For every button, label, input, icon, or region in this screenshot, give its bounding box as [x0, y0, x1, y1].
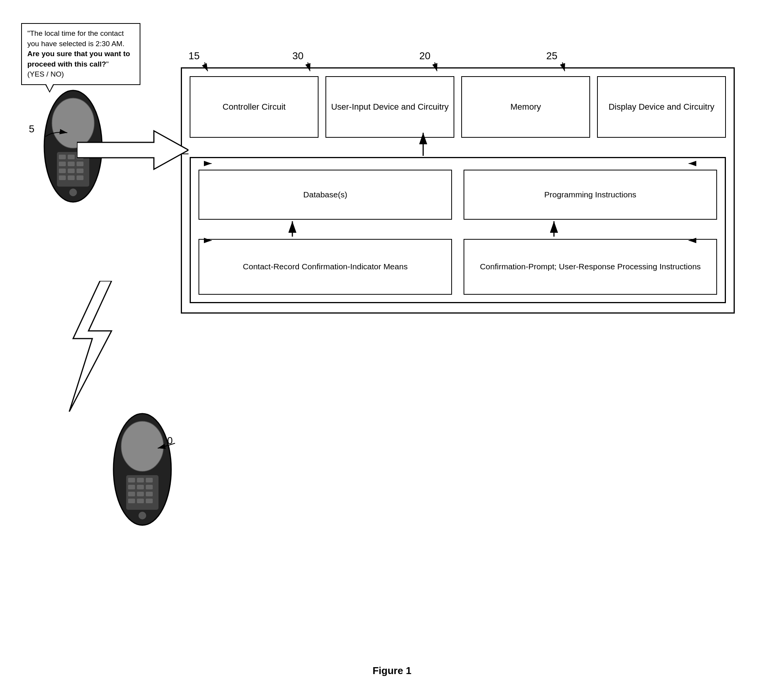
display-box: Display Device and Circuitry — [597, 76, 726, 138]
svg-rect-32 — [146, 499, 153, 503]
svg-point-15 — [69, 189, 77, 196]
confirmation-prompt-box: Confirmation-Prompt; User-Response Proce… — [464, 239, 717, 295]
inner-row1: Database(s) Programming Instructions — [199, 170, 717, 220]
svg-rect-24 — [128, 485, 135, 489]
speech-line1: "The local time for the contact you have… — [27, 29, 124, 48]
controller-box: Controller Circuit — [190, 76, 319, 138]
ref-num-15: 15 — [188, 50, 200, 62]
svg-rect-21 — [128, 478, 135, 482]
speech-yes-no: (YES / NO) — [27, 70, 64, 78]
speech-bubble: "The local time for the contact you have… — [21, 23, 140, 85]
main-device-block: Controller Circuit User-Input Device and… — [181, 67, 735, 314]
svg-rect-28 — [137, 492, 144, 496]
svg-rect-9 — [59, 169, 66, 173]
svg-rect-4 — [68, 155, 75, 159]
svg-rect-23 — [146, 478, 153, 482]
svg-point-19 — [121, 421, 163, 471]
svg-rect-25 — [137, 485, 144, 489]
user-input-box: User-Input Device and Circuitry — [325, 76, 454, 138]
svg-rect-10 — [68, 169, 75, 173]
svg-rect-12 — [59, 175, 66, 180]
svg-rect-29 — [146, 492, 153, 496]
memory-box: Memory — [461, 76, 590, 138]
svg-rect-3 — [59, 155, 66, 159]
svg-rect-31 — [137, 499, 144, 503]
lightning-bolt — [50, 281, 127, 412]
svg-point-33 — [138, 512, 146, 519]
svg-rect-13 — [68, 175, 75, 180]
contact-record-box: Contact-Record Confirmation-Indicator Me… — [199, 239, 452, 295]
ref-num-25: 25 — [546, 50, 557, 62]
svg-rect-7 — [68, 162, 75, 166]
svg-marker-17 — [69, 281, 112, 412]
svg-rect-14 — [77, 175, 83, 180]
svg-marker-16 — [77, 131, 188, 169]
svg-rect-6 — [59, 162, 66, 166]
databases-box: Database(s) — [199, 170, 452, 220]
svg-rect-22 — [137, 478, 144, 482]
speech-line3: " — [106, 60, 109, 68]
speech-line2-bold: Are you sure that you want to proceed wi… — [27, 50, 130, 68]
top-component-boxes: Controller Circuit User-Input Device and… — [190, 76, 726, 138]
figure-caption: Figure 1 — [0, 665, 784, 677]
svg-rect-26 — [146, 485, 153, 489]
diagram-container: "The local time for the contact you have… — [0, 0, 784, 696]
big-arrow-left — [77, 127, 188, 173]
inner-row2: Contact-Record Confirmation-Indicator Me… — [199, 239, 717, 295]
svg-rect-30 — [128, 499, 135, 503]
memory-block: Database(s) Programming Instructions Con… — [190, 157, 726, 303]
ref-num-30: 30 — [292, 50, 304, 62]
ref-num-20: 20 — [419, 50, 430, 62]
svg-rect-27 — [128, 492, 135, 496]
programming-box: Programming Instructions — [464, 170, 717, 220]
phone-lower — [100, 408, 185, 531]
